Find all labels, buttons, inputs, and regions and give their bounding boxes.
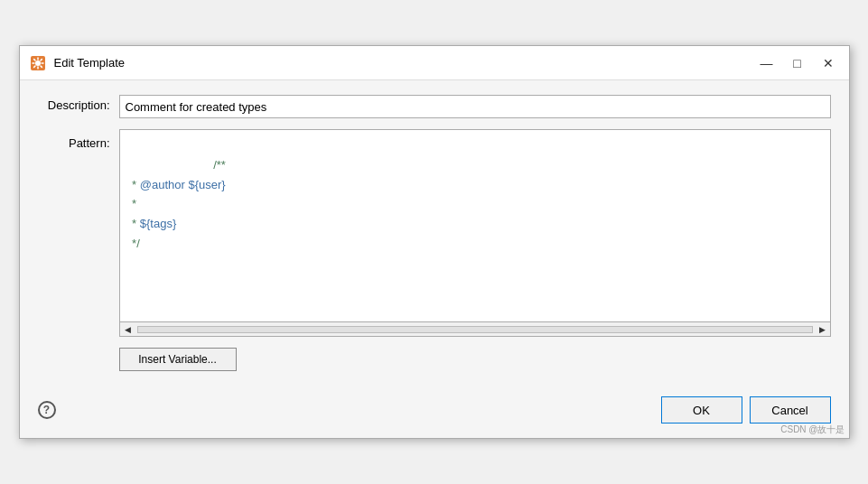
pattern-label: Pattern: [38, 129, 110, 150]
horizontal-scrollbar[interactable]: ◀ ▶ [120, 321, 830, 336]
restore-button[interactable]: □ [786, 54, 809, 72]
svg-point-1 [35, 60, 41, 66]
watermark: CSDN @故十是 [780, 424, 845, 436]
ok-button[interactable]: OK [661, 396, 742, 424]
description-row: Description: [38, 95, 831, 118]
dialog-body: Description: Pattern: /** * @author ${us… [20, 80, 849, 386]
cancel-button[interactable]: Cancel [750, 396, 831, 424]
scroll-right-arrow[interactable]: ▶ [817, 325, 828, 334]
dialog-title: Edit Template [54, 56, 126, 70]
scroll-left-arrow[interactable]: ◀ [122, 325, 134, 334]
footer-buttons: OK Cancel [661, 396, 831, 424]
pattern-text: /** * @author ${user} * * ${tags} */ [129, 137, 821, 274]
pattern-row: Pattern: /** * @author ${user} * * ${tag… [38, 129, 831, 337]
help-button[interactable]: ? [38, 401, 56, 419]
description-label: Description: [38, 95, 110, 112]
pattern-editor[interactable]: /** * @author ${user} * * ${tags} */ ◀ ▶ [119, 129, 831, 337]
title-controls: — □ ✕ [755, 54, 840, 72]
pattern-scroll-area[interactable]: /** * @author ${user} * * ${tags} */ [120, 130, 830, 321]
title-bar: Edit Template — □ ✕ [20, 46, 849, 80]
scroll-track[interactable] [137, 326, 813, 333]
description-input[interactable] [119, 95, 831, 118]
dialog-icon [29, 54, 47, 72]
insert-variable-button[interactable]: Insert Variable... [119, 348, 237, 371]
minimize-button[interactable]: — [755, 54, 779, 72]
footer-left: ? [38, 401, 56, 419]
title-bar-left: Edit Template [29, 54, 126, 72]
dialog-footer: ? OK Cancel CSDN @故十是 [20, 386, 849, 438]
edit-template-dialog: Edit Template — □ ✕ Description: Pattern… [19, 45, 850, 439]
close-button[interactable]: ✕ [817, 54, 840, 72]
insert-variable-row: Insert Variable... [38, 348, 831, 371]
